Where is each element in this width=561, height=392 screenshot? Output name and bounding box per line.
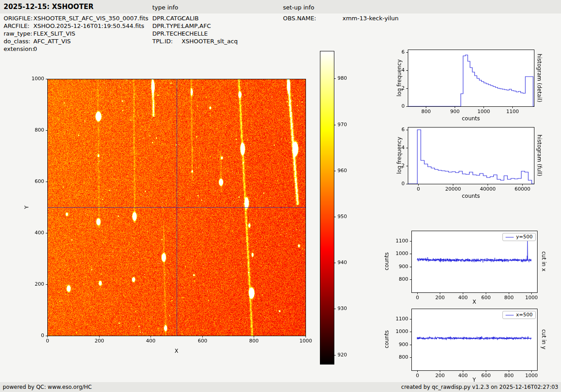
metadata-label: raw_type: (4, 30, 33, 37)
legend: x=500 (502, 311, 536, 319)
metadata-label: do_class: (4, 38, 33, 45)
cut-in-x-ylabel: counts (383, 252, 390, 270)
legend: y=500 (502, 233, 536, 241)
metadata-row: DPR.TECH:ECHELLE (152, 30, 208, 37)
histogram-full-ylabel: log frequency (396, 137, 402, 174)
histogram-detail-title: histogram (detail) (536, 54, 543, 102)
histogram-full-plot: counts log frequency histogram (full) (394, 123, 550, 204)
metadata-row: OBS.NAME:xmm-13-keck-yilun (283, 15, 399, 22)
histogram-full-xlabel: counts (408, 193, 534, 199)
metadata-label: DPR.CATG: (152, 15, 182, 22)
metadata-value: CALIB (182, 15, 199, 22)
metadata-value: ECHELLE (182, 30, 208, 37)
qc-report-page: 2025-12-15: XSHOOTER type info set-up in… (0, 0, 561, 392)
histogram-detail-canvas (394, 45, 550, 126)
metadata-value: FLEX_SLIT_VIS (33, 30, 75, 37)
raw-image-ylabel: Y (23, 205, 30, 209)
histogram-detail-plot: counts log frequency histogram (detail) (394, 45, 550, 126)
cut-in-y-ylabel: counts (383, 330, 390, 348)
metadata-row: DPR.CATG:CALIB (152, 15, 199, 22)
footer-right-text: created by qc_rawdisp.py v1.2.3 on 2025-… (401, 384, 558, 390)
legend-label: y=500 (516, 234, 533, 240)
raw-image-plot: X Y (18, 72, 315, 363)
metadata-value: xmm-13-keck-yilun (342, 15, 399, 22)
metadata-value: XSHOOTER_slt_acq (182, 38, 237, 45)
colorbar (318, 47, 358, 367)
metadata-label: ARCFILE: (4, 23, 33, 29)
histogram-full-canvas (394, 123, 550, 204)
metadata-label: extension: (4, 46, 33, 52)
metadata-row: DPR.TYPE:LAMP,AFC (152, 23, 211, 29)
raw-image-canvas (18, 72, 315, 363)
metadata-row: ORIGFILE:XSHOOTER_SLT_AFC_VIS_350_0007.f… (4, 15, 148, 22)
metadata-label: DPR.TYPE: (152, 23, 182, 29)
legend-line-swatch (506, 315, 514, 315)
histogram-detail-xlabel: counts (408, 115, 534, 122)
metadata-value: AFC_ATT_VIS (33, 38, 71, 45)
cut-in-y-title: cut in y (541, 329, 547, 350)
raw-image-xlabel: X (47, 348, 306, 354)
metadata-label: TPL.ID: (152, 38, 182, 45)
cut-in-y-plot: Y counts cut in y x=500 (381, 303, 552, 387)
setup-info-heading: set-up info (283, 4, 315, 11)
metadata-label: DPR.TECH: (152, 30, 182, 37)
header-bar: 2025-12-15: XSHOOTER type info set-up in… (0, 0, 561, 14)
colorbar-canvas (318, 47, 358, 367)
metadata-row: ARCFILE:XSHOO.2025-12-16T01:19:50.544.fi… (4, 23, 144, 29)
metadata-label: OBS.NAME: (283, 15, 342, 22)
metadata-row: extension:0 (4, 46, 37, 52)
legend-line-swatch (506, 237, 514, 237)
histogram-full-title: histogram (full) (536, 135, 543, 177)
metadata-row: TPL.ID:XSHOOTER_slt_acq (152, 38, 237, 45)
page-title: 2025-12-15: XSHOOTER (4, 3, 94, 11)
footer-bar: powered by QC: www.eso.org/HC created by… (0, 382, 561, 392)
histogram-detail-ylabel: log frequency (396, 59, 402, 96)
legend-label: x=500 (516, 312, 533, 318)
metadata-value: LAMP,AFC (182, 23, 211, 29)
metadata-value: XSHOO.2025-12-16T01:19:50.544.fits (33, 23, 144, 29)
metadata-row: do_class:AFC_ATT_VIS (4, 38, 71, 45)
metadata-label: ORIGFILE: (4, 15, 33, 22)
metadata-value: 0 (33, 46, 37, 52)
cut-in-x-title: cut in x (541, 251, 547, 272)
metadata-value: XSHOOTER_SLT_AFC_VIS_350_0007.fits (33, 15, 148, 22)
type-info-heading: type info (152, 4, 178, 11)
metadata-row: raw_type:FLEX_SLIT_VIS (4, 30, 75, 37)
cut-in-x-plot: X counts cut in x y=500 (381, 225, 552, 309)
footer-left-text: powered by QC: www.eso.org/HC (3, 384, 92, 390)
